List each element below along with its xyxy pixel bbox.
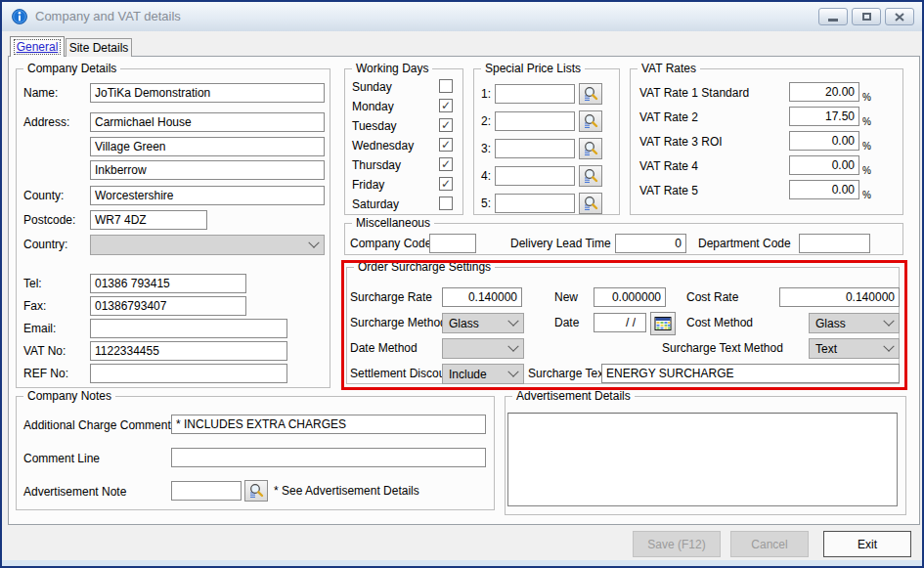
delivery-lead-time-input[interactable] [615,234,686,253]
exit-button[interactable]: Exit [823,531,911,557]
postcode-input[interactable] [90,210,207,230]
vat-rate-5-input[interactable] [789,180,859,199]
tab-site-details[interactable]: Site Details [66,38,132,57]
restore-button[interactable] [852,8,881,25]
address3-input[interactable] [90,160,325,180]
price-list-1-input[interactable] [495,84,575,104]
surcharge-method-value: Glass [449,317,479,330]
company-code-input[interactable] [429,234,476,253]
additional-charge-comment-input[interactable] [171,415,486,434]
name-input[interactable] [90,83,325,103]
vat-rate-1-label: VAT Rate 1 Standard [639,86,749,100]
vat-rate-1-input[interactable] [789,82,859,102]
minimize-button[interactable] [818,8,848,25]
surcharge-text-method-select[interactable]: Text [809,338,900,359]
friday-label: Friday [352,178,384,192]
surcharge-rate-label: Surcharge Rate [350,290,432,304]
search-icon [583,141,598,156]
price-list-5-label: 5: [481,197,491,210]
advertisement-note-input[interactable] [171,481,242,501]
ref-no-label: REF No: [23,367,68,380]
postcode-label: Postcode: [23,213,75,227]
price-list-3-input[interactable] [495,139,575,158]
price-list-5-search-button[interactable] [579,193,602,214]
new-rate-input[interactable] [594,287,666,307]
search-icon [583,113,598,129]
surcharge-text-label: Surcharge Text [528,367,607,380]
address2-input[interactable] [90,137,325,156]
date-picker-button[interactable] [650,312,676,335]
window-title: Company and VAT details [35,9,181,23]
country-select[interactable] [90,235,325,255]
comment-line-input[interactable] [171,448,486,467]
delivery-lead-time-label: Delivery Lead Time [510,237,611,250]
date-label: Date [554,316,579,329]
percent-suffix: % [862,92,871,103]
company-code-label: Company Code [350,237,431,250]
advertisement-details-textarea[interactable] [507,413,898,506]
fax-input[interactable] [90,296,246,316]
vat-rate-3-input[interactable] [789,131,859,151]
price-list-1-search-button[interactable] [579,83,602,105]
name-label: Name: [23,86,58,100]
minimize-icon [828,19,838,22]
company-vat-details-window: Company and VAT details General Site Det… [0,0,924,568]
tuesday-checkbox[interactable]: ✓ [439,118,453,132]
company-details-legend: Company Details [23,62,120,75]
additional-charge-comment-label: Additional Charge Comment [23,418,171,432]
price-list-5-input[interactable] [495,194,575,213]
chevron-down-icon [507,315,518,326]
email-input[interactable] [90,319,287,338]
tel-input[interactable] [90,274,246,293]
save-button[interactable]: Save (F12) [633,531,721,557]
address1-input[interactable] [90,112,325,132]
advertisement-note-label: Advertisement Note [23,485,126,499]
date-method-select[interactable] [442,338,524,359]
price-list-2-input[interactable] [495,111,575,131]
price-list-3-search-button[interactable] [579,138,602,159]
wednesday-label: Wednesday [352,139,414,153]
vat-rate-4-input[interactable] [789,155,859,175]
company-notes-legend: Company Notes [23,389,115,403]
close-button[interactable] [885,8,914,25]
wednesday-checkbox[interactable]: ✓ [439,138,453,152]
thursday-checkbox[interactable]: ✓ [439,157,453,171]
tab-general-label: General [15,40,61,54]
saturday-label: Saturday [352,197,399,211]
price-list-4-input[interactable] [495,166,575,186]
friday-checkbox[interactable]: ✓ [439,177,453,191]
cost-rate-input[interactable] [779,287,900,307]
saturday-checkbox[interactable] [439,197,453,210]
email-label: Email: [23,322,56,335]
sunday-checkbox[interactable] [439,79,453,93]
settlement-discount-select[interactable]: Include [442,364,524,384]
tab-general[interactable]: General [10,36,65,57]
surcharge-rate-input[interactable] [442,287,522,307]
surcharge-text-method-value: Text [815,342,837,356]
percent-suffix: % [862,141,871,152]
cost-rate-label: Cost Rate [686,290,738,304]
price-list-1-label: 1: [481,87,491,101]
chevron-down-icon [507,340,518,351]
price-list-4-search-button[interactable] [579,165,602,187]
cost-method-value: Glass [815,317,846,330]
monday-checkbox[interactable]: ✓ [439,99,453,112]
surcharge-method-select[interactable]: Glass [442,313,524,333]
percent-suffix: % [862,165,871,176]
department-code-label: Department Code [698,237,791,250]
vat-rate-5-label: VAT Rate 5 [639,184,698,197]
cancel-button[interactable]: Cancel [730,531,809,557]
vat-no-input[interactable] [90,341,287,361]
special-price-lists-legend: Special Price Lists [481,62,585,75]
vat-rate-2-input[interactable] [789,107,859,126]
county-input[interactable] [90,186,325,205]
cost-method-select[interactable]: Glass [809,313,900,333]
ref-no-input[interactable] [90,364,287,383]
advertisement-note-search-button[interactable] [244,480,268,502]
surcharge-method-label: Surcharge Method [350,316,447,329]
date-input[interactable] [594,313,646,332]
surcharge-text-input[interactable] [601,364,900,383]
department-code-input[interactable] [799,234,870,253]
price-list-2-search-button[interactable] [579,110,602,132]
calendar-icon [654,316,672,331]
